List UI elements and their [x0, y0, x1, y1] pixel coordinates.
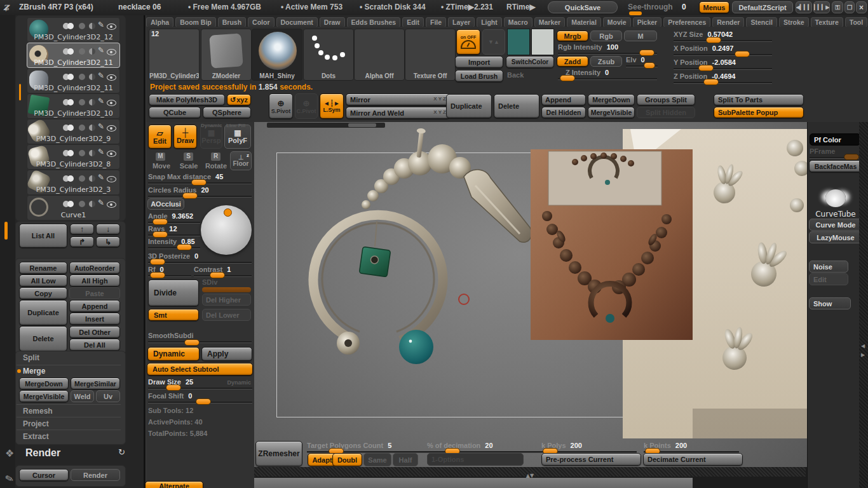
mirror-and-weld-button[interactable]: Mirror And WeldX Y Z [346, 107, 450, 119]
zmodeler-brush-thumbnail[interactable]: ZModeler [201, 29, 252, 81]
menu-picker[interactable]: Picker [633, 17, 662, 27]
scroll-shelf-left-button[interactable]: ◀▎▎▎ [796, 1, 812, 13]
focal-shift-slider[interactable]: Focal Shift0 [148, 392, 252, 403]
menu-texture[interactable]: Texture [811, 17, 843, 27]
bottom-tray-hatch[interactable]: ▲▼ [254, 467, 806, 477]
smooth-subdiv-slider[interactable] [148, 341, 252, 342]
material-thumbnail[interactable]: MAH_Shiny [252, 29, 302, 81]
append-button[interactable]: Append [541, 94, 586, 105]
elv-slider[interactable]: Elv0 [626, 56, 658, 67]
set-pivot-button[interactable]: ⊕S.Pivot [269, 93, 293, 119]
render-render-button[interactable]: Render [71, 469, 120, 481]
menu-layer[interactable]: Layer [448, 17, 475, 27]
split-section-header[interactable]: Split [23, 353, 39, 362]
uv-button[interactable]: Uv [96, 390, 120, 402]
curve-mode-button[interactable]: Curve Mode [809, 219, 862, 231]
posterize-slider[interactable]: 3D Posterize0 [148, 252, 252, 263]
k-points-slider[interactable]: k Points200 [644, 442, 739, 452]
merge-section-header[interactable]: Merge [23, 367, 45, 376]
polypaint-icon[interactable] [67, 23, 74, 29]
quicksave-button[interactable]: QuickSave [548, 1, 618, 13]
del-other-button[interactable]: Del Other [69, 326, 120, 338]
load-brush-button[interactable]: Load Brush [455, 70, 503, 82]
floor-button[interactable]: z ⊥Floor [230, 151, 252, 170]
brush-edit-icon[interactable]: ✎ [98, 198, 104, 207]
backface-mask-button[interactable]: BackfaceMas [809, 160, 862, 172]
subtool-up-button[interactable]: ↑ [70, 224, 94, 234]
mergevisible-button[interactable]: MergeVisible [588, 107, 635, 118]
double-button[interactable]: Doubl [332, 453, 362, 466]
decimate-current-button[interactable]: Decimate Current [643, 453, 743, 466]
brush-edit-icon[interactable]: ✎ [98, 97, 104, 105]
rf-slider[interactable]: Rf0 [148, 266, 191, 276]
menu-render[interactable]: Render [712, 17, 744, 27]
restore-button[interactable]: ❒ [844, 1, 855, 13]
displacement-icon[interactable] [89, 201, 95, 207]
weld-button[interactable]: Weld [71, 390, 94, 402]
alternate-button[interactable]: Alternate [145, 481, 203, 488]
noise-button[interactable]: Noise [809, 261, 848, 273]
duplicate-subtool-button[interactable]: Duplicate [19, 300, 67, 325]
visibility-eye-icon[interactable] [107, 100, 116, 106]
merge-similar-button[interactable]: MergeSimilar [71, 377, 120, 390]
menu-movie[interactable]: Movie [603, 17, 631, 27]
alpha-thumbnail[interactable]: Alpha Off [354, 29, 405, 81]
k-polys-slider[interactable]: k Polys200 [541, 442, 637, 452]
menu-edit[interactable]: Edit [402, 17, 424, 27]
paste-button[interactable]: Paste [69, 287, 120, 299]
circles-radius-slider[interactable]: Circles Radius20 [148, 186, 252, 197]
lazy-mouse-button[interactable]: LazyMouse [809, 231, 862, 243]
aocclusion-button[interactable]: AOcclusi [147, 198, 184, 210]
primary-color-swatch[interactable] [507, 29, 530, 55]
project-section-header[interactable]: Project [23, 419, 49, 428]
current-tool-thumbnail[interactable]: 12 PM3D_Cylinder3 [149, 29, 200, 81]
polypaint-icon[interactable] [67, 74, 74, 80]
edit-mode-button[interactable]: ▱Edit [148, 125, 172, 149]
right-scroll-strip[interactable]: ◀ ▶ [859, 122, 868, 488]
switch-color-button[interactable]: SwitchColor [506, 56, 554, 68]
del-lower-button[interactable]: Del Lower [202, 309, 251, 321]
secondary-color-swatch[interactable] [531, 29, 554, 55]
displacement-icon[interactable] [89, 23, 95, 29]
canvas-viewport[interactable] [254, 122, 807, 467]
auto-reorder-button[interactable]: AutoReorder [69, 262, 120, 274]
angle-slider[interactable]: Angle9.3652 [148, 212, 200, 223]
displacement-icon[interactable] [89, 99, 95, 105]
tray-collapse-arrow-icon[interactable]: ▶ [861, 352, 865, 358]
remesh-section-header[interactable]: Remesh [23, 407, 53, 416]
displacement-icon[interactable] [89, 150, 95, 156]
del-all-button[interactable]: Del All [69, 339, 120, 351]
snap-max-distance-slider[interactable]: Snap Max distance45 [148, 173, 252, 184]
menu-file[interactable]: File [426, 17, 446, 27]
render-palette-title[interactable]: Render [25, 447, 60, 459]
zbrush-logo-icon[interactable]: ʑ [3, 1, 9, 13]
menu-alpha[interactable]: Alpha [146, 17, 173, 27]
close-button[interactable]: × [856, 1, 867, 13]
uv-icon[interactable] [79, 99, 85, 105]
visibility-eye-icon[interactable] [107, 151, 116, 157]
menu-draw[interactable]: Draw [320, 17, 345, 27]
light-position-dot[interactable] [224, 208, 232, 217]
show-button[interactable]: Show [809, 297, 851, 309]
brush-edit-icon[interactable]: ✎ [98, 20, 104, 29]
displacement-icon[interactable] [89, 74, 95, 80]
mrgb-button[interactable]: Mrgb [557, 30, 588, 41]
visibility-eye-icon[interactable] [107, 49, 116, 55]
light-sphere-widget[interactable] [201, 205, 252, 255]
merge-visible-button[interactable]: MergeVisible [19, 390, 69, 402]
pf-color-button[interactable]: Pf Color [810, 133, 860, 146]
insert-subtool-button[interactable]: Insert [69, 313, 120, 325]
polypaint-icon[interactable] [67, 48, 74, 55]
menu-brush[interactable]: Brush [218, 17, 246, 27]
local-symmetry-button[interactable]: ◄┆►L.Sym [320, 93, 344, 119]
render-cursor-button[interactable]: Cursor [19, 469, 69, 481]
tray-expand-arrow-icon[interactable]: ◀ [861, 343, 865, 349]
brush-edit-icon[interactable]: ✎ [98, 122, 104, 131]
extract-section-header[interactable]: Extract [23, 432, 49, 441]
contrast-slider[interactable]: Contrast1 [194, 266, 252, 276]
rgb-intensity-slider[interactable]: Rgb Intensity100 [558, 43, 657, 54]
mirror-button[interactable]: MirrorX Y Z [346, 93, 450, 105]
lock-button[interactable]: ⚿ [832, 1, 843, 13]
rename-button[interactable]: Rename [19, 262, 67, 274]
append-subtool-button[interactable]: Append [69, 300, 120, 312]
